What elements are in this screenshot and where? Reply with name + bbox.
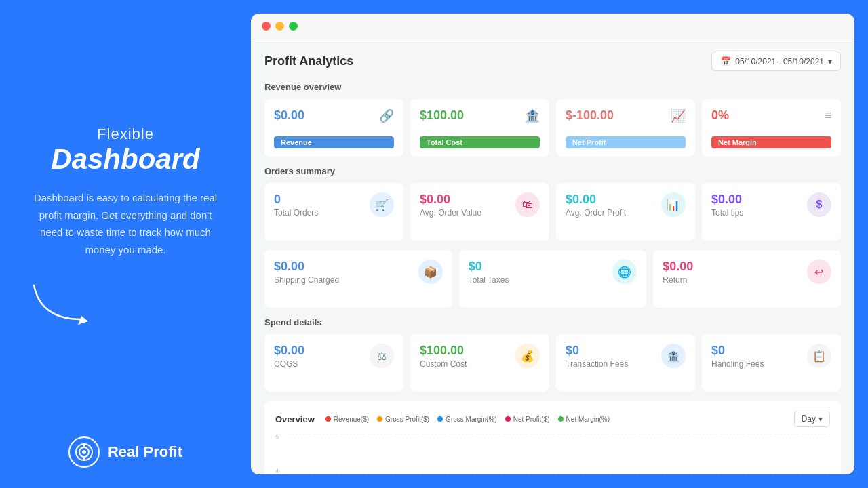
handling-fees-card: $0 Handling Fees 📋 bbox=[702, 334, 841, 392]
legend-revenue: Revenue($) bbox=[326, 415, 369, 423]
legend-net-profit-dot bbox=[505, 416, 511, 422]
custom-cost-value: $100.00 bbox=[420, 344, 467, 358]
custom-cost-label: Custom Cost bbox=[420, 359, 467, 369]
handling-fees-icon: 📋 bbox=[807, 344, 831, 368]
dashboard-header: Profit Analytics 📅 05/10/2021 - 05/10/20… bbox=[264, 52, 841, 71]
revenue-value: $0.00 bbox=[274, 108, 304, 123]
chart-legend: Revenue($) Gross Profit($) Gross Margin(… bbox=[326, 415, 610, 423]
total-cost-label: Total Cost bbox=[420, 136, 540, 148]
chart-body: 5 4 bbox=[275, 434, 830, 474]
custom-cost-icon: 💰 bbox=[515, 344, 540, 368]
custom-cost-card: $100.00 Custom Cost 💰 bbox=[410, 334, 549, 392]
shipping-charged-card: $0.00 Shipping Charged 📦 bbox=[264, 250, 452, 308]
total-orders-icon: 🛒 bbox=[370, 192, 394, 217]
return-value: $0.00 bbox=[663, 260, 693, 274]
return-card: $0.00 Return ↩ bbox=[653, 250, 841, 308]
brand-logo: Real Profit bbox=[68, 436, 182, 468]
shipping-charged-label: Shipping Charged bbox=[274, 275, 339, 285]
revenue-overview-section-title: Revenue overview bbox=[264, 82, 841, 92]
avg-order-value-icon: 🛍 bbox=[515, 192, 540, 217]
total-orders-value: 0 bbox=[274, 192, 318, 207]
total-taxes-icon: 🌐 bbox=[612, 260, 637, 284]
shipping-charged-value: $0.00 bbox=[274, 260, 339, 274]
total-cost-card: $100.00 🏦 Total Cost bbox=[410, 99, 549, 157]
left-title-small: Flexible bbox=[27, 125, 224, 143]
cogs-label: COGS bbox=[274, 359, 304, 369]
net-margin-label: Net Margin bbox=[711, 136, 831, 148]
legend-gross-profit-label: Gross Profit($) bbox=[385, 415, 429, 423]
chart-title: Overview bbox=[275, 414, 315, 424]
net-profit-value: $-100.00 bbox=[566, 108, 614, 123]
transaction-fees-value: $0 bbox=[566, 344, 628, 358]
total-tips-label: Total tips bbox=[711, 208, 743, 218]
calendar-icon: 📅 bbox=[720, 56, 731, 66]
y-label-4: 4 bbox=[275, 468, 279, 474]
legend-gross-margin-label: Gross Margin(%) bbox=[446, 415, 497, 423]
arrow-decoration bbox=[27, 279, 95, 326]
legend-gross-margin-dot bbox=[437, 416, 443, 422]
date-range-picker[interactable]: 📅 05/10/2021 - 05/10/2021 ▾ bbox=[711, 52, 841, 71]
revenue-card: $0.00 🔗 Revenue bbox=[264, 99, 403, 157]
left-title-big: Dashboard bbox=[27, 143, 224, 176]
dropdown-arrow-icon: ▾ bbox=[828, 57, 832, 66]
return-label: Return bbox=[663, 275, 693, 285]
orders-summary-section-title: Orders summary bbox=[264, 166, 841, 176]
handling-fees-label: Handling Fees bbox=[711, 359, 764, 369]
return-icon: ↩ bbox=[807, 260, 831, 284]
page-title: Profit Analytics bbox=[264, 54, 353, 68]
legend-net-profit-label: Net Profit($) bbox=[513, 415, 550, 423]
grid-line-top bbox=[289, 434, 830, 434]
handling-fees-value: $0 bbox=[711, 344, 764, 358]
total-orders-card: 0 Total Orders 🛒 bbox=[264, 183, 403, 241]
spend-details-section-title: Spend details bbox=[264, 317, 841, 327]
net-margin-value: 0% bbox=[711, 108, 729, 123]
window-minimize-dot[interactable] bbox=[275, 22, 284, 30]
cogs-value: $0.00 bbox=[274, 344, 304, 358]
right-panel: Profit Analytics 📅 05/10/2021 - 05/10/20… bbox=[251, 14, 854, 474]
total-cost-icon: 🏦 bbox=[525, 108, 540, 123]
legend-net-margin-dot bbox=[558, 416, 564, 422]
legend-net-margin-label: Net Margin(%) bbox=[566, 415, 610, 423]
brand-icon bbox=[68, 436, 100, 468]
left-description: Dashboard is easy to calculating the rea… bbox=[27, 189, 224, 258]
avg-order-profit-label: Avg. Order Profit bbox=[566, 208, 626, 218]
grid-line-bottom bbox=[289, 474, 830, 474]
legend-net-profit: Net Profit($) bbox=[505, 415, 550, 423]
avg-order-profit-icon: 📊 bbox=[661, 192, 686, 217]
window-bar bbox=[251, 14, 854, 39]
chart-y-labels: 5 4 bbox=[275, 434, 279, 474]
net-margin-card: 0% ≡ Net Margin bbox=[702, 99, 841, 157]
net-profit-label: Net Profit bbox=[566, 136, 686, 148]
window-maximize-dot[interactable] bbox=[289, 22, 298, 30]
window-close-dot[interactable] bbox=[262, 22, 271, 30]
date-range-value: 05/10/2021 - 05/10/2021 bbox=[735, 57, 824, 66]
legend-gross-profit: Gross Profit($) bbox=[377, 415, 429, 423]
brand-name: Real Profit bbox=[108, 443, 182, 461]
svg-marker-0 bbox=[78, 316, 88, 325]
legend-net-margin: Net Margin(%) bbox=[558, 415, 610, 423]
avg-order-profit-card: $0.00 Avg. Order Profit 📊 bbox=[556, 183, 695, 241]
avg-order-value-label: Avg. Order Value bbox=[420, 208, 481, 218]
day-dropdown[interactable]: Day ▾ bbox=[794, 411, 830, 427]
chart-area: Overview Revenue($) Gross Profit($) G bbox=[264, 401, 841, 474]
net-profit-icon: 📈 bbox=[671, 108, 686, 123]
transaction-fees-icon: 🏦 bbox=[661, 344, 686, 368]
orders-summary-row1: 0 Total Orders 🛒 $0.00 Avg. Order Value … bbox=[264, 183, 841, 241]
legend-revenue-dot bbox=[326, 416, 331, 422]
total-tips-value: $0.00 bbox=[711, 192, 743, 207]
total-tips-card: $0.00 Total tips $ bbox=[702, 183, 841, 241]
cogs-card: $0.00 COGS ⚖ bbox=[264, 334, 403, 392]
chart-grid-lines bbox=[289, 434, 830, 474]
shipping-charged-icon: 📦 bbox=[418, 260, 443, 284]
svg-point-3 bbox=[82, 450, 86, 454]
total-orders-label: Total Orders bbox=[274, 208, 318, 218]
total-tips-icon: $ bbox=[807, 192, 831, 217]
transaction-fees-label: Transaction Fees bbox=[566, 359, 628, 369]
dashboard-content: Profit Analytics 📅 05/10/2021 - 05/10/20… bbox=[251, 39, 854, 474]
chart-header: Overview Revenue($) Gross Profit($) G bbox=[275, 411, 830, 427]
revenue-icon: 🔗 bbox=[379, 108, 394, 123]
revenue-label: Revenue bbox=[274, 136, 394, 148]
avg-order-value-card: $0.00 Avg. Order Value 🛍 bbox=[410, 183, 549, 241]
left-panel: Flexible Dashboard Dashboard is easy to … bbox=[0, 0, 251, 488]
transaction-fees-card: $0 Transaction Fees 🏦 bbox=[556, 334, 695, 392]
